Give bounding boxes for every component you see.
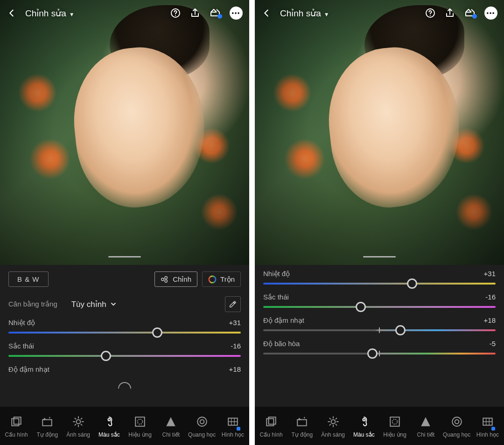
preset-cloud-icon[interactable] (209, 7, 221, 19)
profiles-icon (265, 414, 277, 429)
nav-label: Hiệu ứng (383, 431, 406, 438)
slider-label: Sắc thái (8, 342, 34, 350)
slider-temp[interactable]: Nhiệt độ +31 (8, 319, 241, 334)
nav-cau-hinh[interactable]: Cấu hình (256, 414, 287, 438)
adjust-tab[interactable]: Chỉnh (154, 271, 197, 287)
slider-track[interactable] (8, 332, 241, 334)
color-icon (358, 414, 370, 429)
nav-chi-tiet[interactable]: Chi tiết (410, 414, 441, 438)
slider-track[interactable] (8, 355, 241, 357)
slider-track[interactable] (263, 306, 496, 308)
slider-value: +31 (229, 319, 241, 327)
slider-track[interactable] (263, 329, 496, 331)
slider-value: -16 (231, 342, 241, 350)
nav-mau-sac[interactable]: Màu sắc (349, 414, 379, 438)
photo-preview[interactable] (0, 0, 249, 265)
nav-label: Ánh sáng (66, 431, 90, 438)
nav-label: Hiệu ứng (128, 431, 152, 438)
svg-point-17 (430, 15, 431, 16)
nav-label: Cấu hình (260, 431, 283, 438)
nav-hinh-hoc[interactable]: Hình học (217, 414, 248, 438)
nav-hieu-ung[interactable]: Hiệu ứng (125, 414, 155, 438)
slider-vib[interactable]: Độ đậm nhạt +18 (8, 365, 241, 374)
white-balance-dropdown[interactable]: Tùy chỉnh (71, 299, 117, 309)
svg-point-1 (175, 15, 176, 16)
slider-temp[interactable]: Nhiệt độ +31 (263, 270, 496, 285)
eyedropper-button[interactable] (225, 296, 241, 312)
nav-anh-sang[interactable]: Ánh sáng (63, 414, 94, 438)
slider-thumb[interactable] (367, 348, 378, 359)
slider-value: +31 (484, 270, 496, 278)
nav-chi-tiet[interactable]: Chi tiết (155, 414, 186, 438)
svg-point-14 (200, 419, 204, 424)
auto-icon (296, 414, 308, 429)
nav-label: Quang học (188, 431, 216, 438)
editor-panel-right: Chỉnh sửa▼ ••• Nhiệt độ +31 Sắc thái -16 (255, 0, 504, 445)
share-icon[interactable] (444, 7, 455, 19)
header: Chỉnh sửa▼ ••• (255, 0, 504, 26)
mix-tab[interactable]: Trộn (202, 271, 241, 287)
nav-quang-hoc[interactable]: Quang học (441, 414, 472, 438)
svg-point-4 (165, 279, 167, 282)
profiles-icon (10, 414, 22, 429)
nav-label: Tự động (292, 431, 313, 438)
nav-label: Hình học (476, 431, 499, 438)
slider-thumb[interactable] (356, 302, 366, 312)
slider-tint[interactable]: Sắc thái -16 (263, 293, 496, 308)
effects-icon (134, 414, 146, 429)
nav-mau-sac[interactable]: Màu sắc (94, 414, 125, 438)
optics-icon (196, 414, 208, 429)
nav-hieu-ung[interactable]: Hiệu ứng (379, 414, 410, 438)
slider-label: Sắc thái (263, 293, 289, 301)
panel-drag-handle[interactable] (363, 256, 396, 257)
panel-drag-handle[interactable] (108, 256, 141, 257)
slider-track[interactable] (263, 283, 496, 285)
effects-icon (389, 414, 401, 429)
svg-point-5 (209, 276, 216, 282)
slider-thumb[interactable] (407, 278, 417, 289)
slider-vib[interactable]: Độ đậm nhạt +18 (263, 316, 496, 331)
color-controls: Nhiệt độ +31 Sắc thái -16 Độ đậm nhạt +1… (255, 265, 504, 407)
nav-label: Cấu hình (5, 431, 28, 438)
share-icon[interactable] (189, 7, 201, 19)
svg-point-3 (165, 276, 167, 278)
loading-spinner-icon (118, 382, 131, 389)
svg-point-10 (108, 418, 110, 421)
slider-value: -5 (490, 340, 496, 348)
slider-thumb[interactable] (395, 325, 406, 335)
slider-sat[interactable]: Độ bão hòa -5 (263, 340, 496, 355)
slider-tint[interactable]: Sắc thái -16 (8, 342, 241, 357)
back-button[interactable] (261, 8, 272, 18)
nav-tu-dong[interactable]: Tự động (32, 414, 63, 438)
nav-hinh-hoc[interactable]: Hình học (472, 414, 503, 438)
page-title[interactable]: Chỉnh sửa▼ (25, 8, 75, 19)
nav-quang-hoc[interactable]: Quang học (187, 414, 217, 438)
slider-thumb[interactable] (101, 351, 111, 361)
slider-track[interactable] (263, 353, 496, 355)
svg-rect-23 (390, 417, 399, 426)
nav-tu-dong[interactable]: Tự động (287, 414, 317, 438)
detail-icon (420, 414, 432, 429)
nav-label: Tự động (37, 431, 58, 438)
svg-rect-20 (298, 419, 307, 425)
svg-rect-8 (43, 419, 52, 425)
back-button[interactable] (7, 8, 17, 18)
more-menu-icon[interactable]: ••• (230, 7, 243, 20)
header: Chỉnh sửa▼ ••• (0, 0, 249, 26)
slider-thumb[interactable] (152, 327, 162, 338)
slider-value: +18 (229, 365, 241, 374)
help-icon[interactable] (170, 7, 181, 19)
help-icon[interactable] (425, 7, 436, 19)
nav-cau-hinh[interactable]: Cấu hình (1, 414, 32, 438)
more-menu-icon[interactable]: ••• (484, 7, 497, 20)
detail-icon (165, 414, 177, 429)
svg-rect-11 (135, 417, 145, 426)
svg-point-25 (452, 417, 462, 426)
photo-preview[interactable] (255, 0, 504, 265)
color-icon (103, 414, 115, 429)
nav-anh-sang[interactable]: Ánh sáng (318, 414, 349, 438)
preset-cloud-icon[interactable] (464, 7, 476, 19)
page-title[interactable]: Chỉnh sửa▼ (280, 8, 329, 19)
bw-toggle[interactable]: B & W (8, 271, 49, 287)
slider-label: Độ đậm nhạt (8, 365, 49, 374)
